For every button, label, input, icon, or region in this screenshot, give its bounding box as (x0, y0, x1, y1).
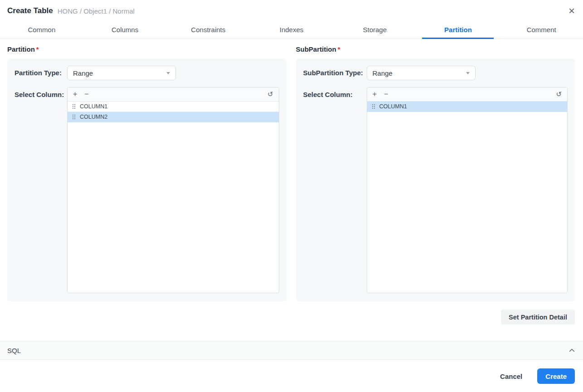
create-button[interactable]: Create (537, 368, 575, 384)
subpartition-panel: SubPartition Type: Range Select Column: … (296, 58, 575, 301)
tab-partition[interactable]: Partition (417, 22, 500, 39)
tab-bar: Common Columns Constraints Indexes Stora… (0, 22, 583, 39)
reset-icon[interactable]: ↺ (556, 91, 562, 98)
partition-title-text: Partition (7, 45, 35, 53)
chevron-down-icon (466, 72, 470, 74)
subpartition-section-title: SubPartition* (296, 39, 575, 58)
subpartition-type-label: SubPartition Type: (303, 66, 367, 80)
partition-type-row: Partition Type: Range (15, 66, 279, 80)
required-asterisk: * (338, 45, 340, 53)
add-column-button[interactable]: + (373, 91, 377, 98)
drag-handle-icon[interactable] (72, 104, 76, 109)
partition-column-row: Select Column: + − ↺ (15, 87, 279, 293)
column-name: COLUMN1 (379, 103, 407, 110)
panel-grid: Partition* Partition Type: Range Select … (7, 39, 575, 301)
dialog-footer: Cancel Create (0, 360, 583, 384)
partition-column-list: + − ↺ COLUMN1 (67, 87, 279, 293)
chevron-down-icon (166, 72, 170, 74)
select-column-label: Select Column: (15, 87, 67, 293)
chevron-up-icon[interactable] (569, 348, 575, 352)
subpartition-type-select[interactable]: Range (367, 66, 476, 80)
column-row[interactable]: COLUMN1 (68, 102, 279, 112)
dialog-title: Create Table (7, 6, 53, 15)
remove-column-button[interactable]: − (384, 91, 388, 98)
sql-section-header[interactable]: SQL (0, 341, 583, 360)
detail-button-row: Set Partition Detail (7, 301, 575, 324)
required-asterisk: * (36, 45, 39, 53)
subpartition-list-body: COLUMN1 (367, 102, 568, 293)
reset-icon[interactable]: ↺ (267, 91, 273, 98)
close-icon[interactable]: × (568, 6, 575, 15)
subpartition-title-text: SubPartition (296, 45, 336, 53)
partition-type-value: Range (73, 69, 93, 77)
subpartition-section: SubPartition* SubPartition Type: Range S… (296, 39, 575, 301)
select-column-label: Select Column: (303, 87, 367, 293)
sql-label: SQL (7, 347, 21, 354)
column-name: COLUMN2 (80, 114, 107, 120)
breadcrumb: HONG / Object1 / Normal (58, 7, 135, 15)
tab-comment[interactable]: Comment (500, 22, 583, 39)
partition-panel: Partition Type: Range Select Column: + −… (7, 58, 287, 301)
dialog-body: Partition* Partition Type: Range Select … (0, 39, 583, 324)
dialog-header: Create Table HONG / Object1 / Normal × (0, 0, 583, 22)
tab-storage[interactable]: Storage (333, 22, 417, 39)
partition-list-body: COLUMN1 COLUMN2 (68, 102, 279, 293)
column-row[interactable]: COLUMN1 (367, 102, 568, 112)
cancel-button[interactable]: Cancel (500, 373, 522, 380)
partition-section: Partition* Partition Type: Range Select … (7, 39, 287, 301)
column-row[interactable]: COLUMN2 (68, 112, 279, 122)
partition-type-label: Partition Type: (15, 66, 67, 80)
drag-handle-icon[interactable] (72, 114, 76, 120)
set-partition-detail-button[interactable]: Set Partition Detail (501, 310, 575, 324)
partition-type-select[interactable]: Range (67, 66, 176, 80)
partition-list-toolbar: + − ↺ (68, 87, 279, 102)
column-name: COLUMN1 (80, 103, 107, 110)
subpartition-column-row: Select Column: + − ↺ (303, 87, 568, 293)
tab-constraints[interactable]: Constraints (166, 22, 250, 39)
subpartition-type-row: SubPartition Type: Range (303, 66, 568, 80)
subpartition-column-list: + − ↺ COLUMN1 (367, 87, 568, 293)
subpartition-type-value: Range (373, 69, 393, 77)
tab-columns[interactable]: Columns (83, 22, 167, 39)
tab-common[interactable]: Common (0, 22, 83, 39)
drag-handle-icon[interactable] (372, 104, 375, 109)
remove-column-button[interactable]: − (84, 91, 88, 98)
add-column-button[interactable]: + (73, 91, 77, 98)
tab-indexes[interactable]: Indexes (250, 22, 333, 39)
subpartition-list-toolbar: + − ↺ (367, 87, 568, 102)
partition-section-title: Partition* (7, 39, 287, 58)
